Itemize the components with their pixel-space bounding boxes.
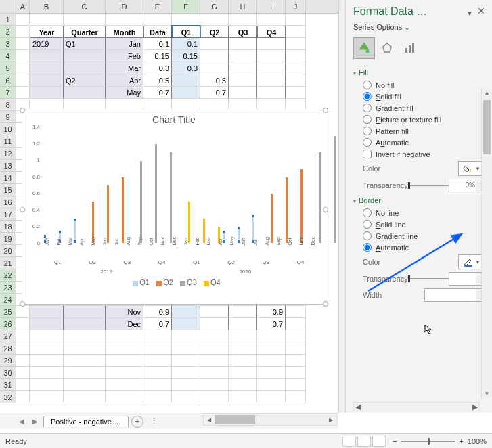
col-G[interactable]: G (200, 0, 229, 13)
cell[interactable] (286, 87, 306, 99)
cell[interactable] (229, 391, 257, 403)
cell[interactable] (172, 355, 200, 367)
fill-transparency-spinner[interactable]: 0% (449, 179, 485, 192)
bar-Q2-2020-Jun[interactable] (300, 169, 303, 243)
cell[interactable] (16, 367, 30, 379)
border-section-header[interactable]: Border (353, 194, 485, 207)
cell[interactable] (229, 367, 257, 379)
cell[interactable] (16, 38, 30, 50)
cell[interactable] (172, 14, 200, 26)
cell[interactable] (16, 355, 30, 367)
bar-Q2-2019-May[interactable] (107, 185, 109, 243)
zoom-slider[interactable] (401, 441, 455, 442)
border-transparency-slider[interactable] (408, 278, 449, 279)
pane-splitter[interactable] (338, 0, 346, 413)
bar-Q4-2019-Oct[interactable] (188, 202, 190, 243)
cell[interactable] (257, 14, 286, 26)
bar-Q2-2020-Apr[interactable] (271, 194, 273, 243)
cell[interactable] (286, 74, 306, 87)
automatic-line-radio[interactable] (363, 243, 372, 252)
cell[interactable] (286, 379, 306, 391)
cell[interactable] (106, 379, 143, 391)
fill-section-header[interactable]: Fill (353, 66, 485, 79)
picture-fill-radio[interactable] (363, 115, 372, 124)
pane-vertical-scrollbar[interactable]: ▲▼ (481, 88, 492, 399)
pattern-fill-radio[interactable] (363, 127, 372, 135)
cell[interactable] (286, 330, 306, 342)
cell[interactable] (172, 379, 200, 391)
zoom-level[interactable]: 100% (468, 437, 487, 445)
cell[interactable] (143, 14, 172, 26)
select-all-corner[interactable] (0, 0, 16, 13)
cell[interactable] (64, 14, 106, 26)
cell[interactable] (64, 355, 106, 367)
cell[interactable] (16, 342, 30, 355)
cell[interactable] (64, 330, 106, 342)
embedded-chart[interactable]: Chart Title 00.20.40.60.811.21.4 JanFebM… (22, 110, 326, 305)
cell[interactable] (30, 367, 64, 379)
sheet-tab-active[interactable]: Positive - negative … (43, 416, 129, 427)
cell[interactable] (143, 355, 172, 367)
cell[interactable] (106, 14, 143, 26)
cell[interactable] (106, 330, 143, 342)
bar-Q1-2020-Feb[interactable] (238, 227, 240, 243)
no-line-radio[interactable] (363, 208, 372, 217)
series-options-dropdown[interactable]: Series Options ⌄ (353, 23, 485, 32)
cell[interactable] (143, 342, 172, 355)
col-D[interactable]: D (106, 0, 143, 13)
cell[interactable] (172, 367, 200, 379)
cell[interactable] (143, 367, 172, 379)
cell[interactable] (64, 379, 106, 391)
cell[interactable] (286, 38, 306, 50)
cell[interactable] (172, 342, 200, 355)
cell[interactable] (30, 330, 64, 342)
cell[interactable] (30, 379, 64, 391)
col-B[interactable]: B (30, 0, 64, 13)
cell[interactable] (30, 342, 64, 355)
chart-legend[interactable]: Q1 Q2 Q3 Q4 (22, 275, 326, 289)
cell[interactable] (30, 355, 64, 367)
cell[interactable] (64, 367, 106, 379)
cell[interactable] (106, 342, 143, 355)
close-icon[interactable]: ✕ (477, 5, 485, 16)
cell[interactable] (257, 391, 286, 403)
cell[interactable] (200, 330, 229, 342)
tab-nav-prev[interactable]: ◀ (16, 418, 27, 425)
cell[interactable] (286, 26, 306, 38)
effects-icon[interactable] (376, 37, 398, 59)
bar-Q1-2020-Jan[interactable] (223, 231, 225, 243)
solid-line-radio[interactable] (363, 220, 372, 229)
solid-fill-radio[interactable] (363, 92, 372, 101)
col-F[interactable]: F (172, 0, 200, 13)
bar-Q3-2019-Jul[interactable] (140, 161, 142, 243)
cell[interactable] (229, 355, 257, 367)
col-J[interactable]: J (286, 0, 306, 13)
bar-Q3-2019-Aug[interactable] (155, 144, 157, 243)
cell[interactable] (229, 330, 257, 342)
bar-Q3-2020-Jul[interactable] (319, 152, 321, 243)
horizontal-scrollbar[interactable]: ◀▶ (203, 413, 337, 426)
cell[interactable] (143, 391, 172, 403)
normal-view-button[interactable] (342, 436, 356, 447)
gradient-fill-radio[interactable] (363, 104, 372, 112)
cell[interactable] (106, 391, 143, 403)
cell[interactable] (286, 50, 306, 62)
cell[interactable] (200, 367, 229, 379)
cell[interactable] (16, 391, 30, 403)
border-width-spinner[interactable] (424, 288, 485, 302)
col-I[interactable]: I (257, 0, 286, 13)
cell[interactable] (286, 391, 306, 403)
invert-negative-checkbox[interactable] (363, 150, 372, 158)
cell[interactable] (257, 330, 286, 342)
border-transparency-spinner[interactable] (449, 272, 485, 286)
cell[interactable] (30, 391, 64, 403)
bar-Q1-2019-Mar[interactable] (74, 219, 76, 243)
cell[interactable] (229, 342, 257, 355)
cell[interactable] (143, 379, 172, 391)
page-break-view-button[interactable] (372, 436, 386, 447)
bar-Q2-2020-May[interactable] (286, 177, 288, 243)
plot-area[interactable]: 00.20.40.60.811.21.4 (43, 127, 319, 243)
cell[interactable] (257, 342, 286, 355)
cell[interactable] (257, 367, 286, 379)
series-options-icon[interactable] (399, 37, 421, 59)
